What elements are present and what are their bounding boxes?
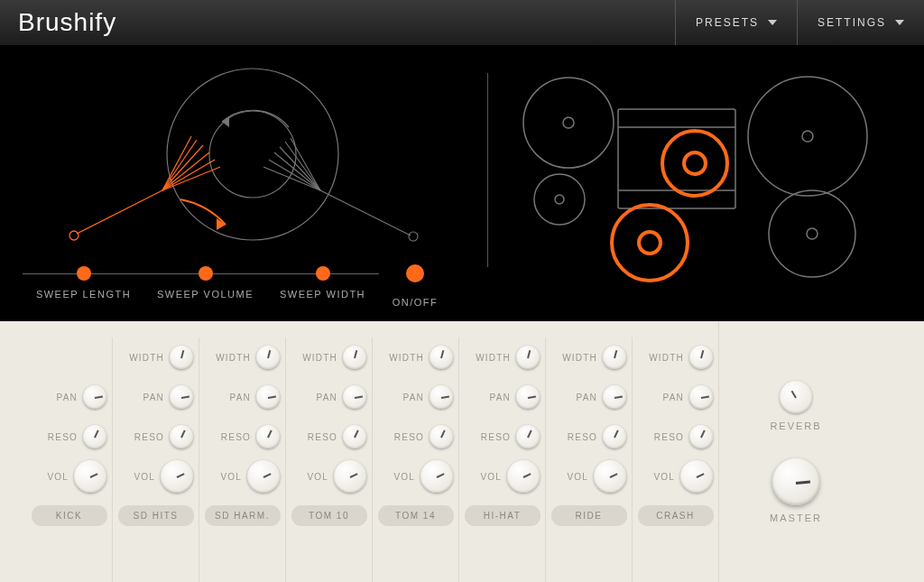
vol-knob[interactable] [161,460,193,493]
presets-button[interactable]: PRESETS [675,0,797,45]
svg-point-1 [209,111,296,198]
width-label: WIDTH [649,353,684,363]
channel-name-button[interactable]: TOM 10 [291,505,367,526]
slider-thumb[interactable] [77,266,91,281]
channel-name-button[interactable]: CRASH [638,505,714,526]
channel-kick: PANRESOVOLKICK [25,337,112,582]
vol-knob[interactable] [680,460,713,493]
reso-knob[interactable] [343,425,366,448]
drum-kit-illustration [487,46,911,290]
sweep-width-slider[interactable]: SWEEP WIDTH [266,273,379,308]
pan-label: PAN [57,393,78,402]
svg-point-34 [639,232,661,254]
width-knob[interactable] [516,346,540,369]
reso-label: RESO [48,432,78,442]
vol-knob[interactable] [74,460,106,493]
reso-knob[interactable] [256,425,280,448]
channel-name-button[interactable]: KICK [32,505,107,526]
knob-cell: PAN [373,377,458,417]
width-knob[interactable] [170,346,193,369]
pan-knob[interactable] [603,385,626,409]
reso-label: RESO [568,432,597,442]
channel-name-button[interactable]: TOM 14 [378,505,454,526]
reso-label: RESO [221,432,251,442]
svg-point-20 [523,78,614,168]
vol-knob[interactable] [594,460,626,493]
toggle-indicator [406,264,424,282]
pan-knob[interactable] [343,385,366,409]
pan-knob[interactable] [430,385,453,409]
knob-cell: RESO [199,417,285,457]
sweep-length-slider[interactable]: SWEEP LENGTH [23,273,144,308]
svg-point-31 [662,131,727,196]
svg-point-29 [769,190,855,277]
knob-cell: RESO [373,417,458,457]
slider-thumb[interactable] [316,266,330,281]
reso-knob[interactable] [430,425,453,448]
pan-label: PAN [577,393,597,402]
chevron-down-icon [768,20,777,25]
knob-cell: RESO [459,417,545,457]
pan-label: PAN [230,393,251,402]
svg-point-33 [612,205,688,281]
pan-knob[interactable] [256,385,280,409]
reso-knob[interactable] [603,425,626,448]
svg-point-22 [534,174,585,225]
knob-cell: VOL [459,457,545,496]
reso-knob[interactable] [689,425,713,448]
width-label: WIDTH [389,353,424,363]
channel-tom-10: WIDTHPANRESOVOLTOM 10 [285,337,372,582]
svg-point-23 [555,195,564,204]
brush-pane: SWEEP LENGTH SWEEP VOLUME SWEEP WIDTH ON… [0,46,487,321]
knob-cell: VOL [26,457,112,496]
width-knob[interactable] [603,346,626,369]
vol-knob[interactable] [420,460,453,493]
toggle-label: ON/OFF [393,297,439,308]
width-knob[interactable] [689,346,713,369]
master-section: REVERB MASTER [718,321,873,582]
pan-knob[interactable] [83,385,106,409]
channel-name-button[interactable]: HI-HAT [465,505,541,526]
vol-knob[interactable] [247,460,280,493]
kit-pane[interactable] [487,46,924,321]
settings-button[interactable]: SETTINGS [797,0,924,45]
vol-knob[interactable] [507,460,540,493]
pan-knob[interactable] [170,385,193,409]
width-label: WIDTH [476,353,511,363]
svg-line-4 [77,190,162,234]
channel-name-button[interactable]: SD HARM. [205,505,281,526]
svg-point-21 [563,117,574,128]
channel-ride: WIDTHPANRESOVOLRIDE [545,337,632,582]
vol-label: VOL [393,472,415,482]
reso-knob[interactable] [83,425,106,448]
sweep-volume-slider[interactable]: SWEEP VOLUME [144,273,266,308]
channel-name-button[interactable]: RIDE [551,505,627,526]
slider-thumb[interactable] [199,266,213,281]
reso-label: RESO [654,432,684,442]
width-knob[interactable] [256,346,280,369]
pan-knob[interactable] [689,385,713,409]
width-knob[interactable] [343,346,366,369]
master-knob[interactable] [772,458,819,505]
knob-cell: RESO [286,417,372,457]
svg-line-14 [280,147,320,190]
channel-tom-14: WIDTHPANRESOVOLTOM 14 [372,337,458,582]
knob-cell: RESO [113,417,199,457]
knob-cell: VOL [633,457,718,496]
knob-cell: PAN [286,377,372,417]
knob-cell: WIDTH [113,337,199,377]
reso-knob[interactable] [516,425,540,448]
vol-knob[interactable] [334,460,366,493]
width-label: WIDTH [129,353,164,363]
sweep-onoff-toggle[interactable]: ON/OFF [379,273,451,308]
knob-cell: RESO [546,417,632,457]
knob-cell: WIDTH [373,337,458,377]
channel-name-button[interactable]: SD HITS [118,505,194,526]
width-knob[interactable] [430,346,453,369]
knob-cell: PAN [546,377,632,417]
svg-marker-2 [222,116,229,127]
pan-knob[interactable] [516,385,540,409]
vol-label: VOL [307,472,328,482]
reverb-knob[interactable] [780,381,812,413]
reso-knob[interactable] [170,425,193,448]
